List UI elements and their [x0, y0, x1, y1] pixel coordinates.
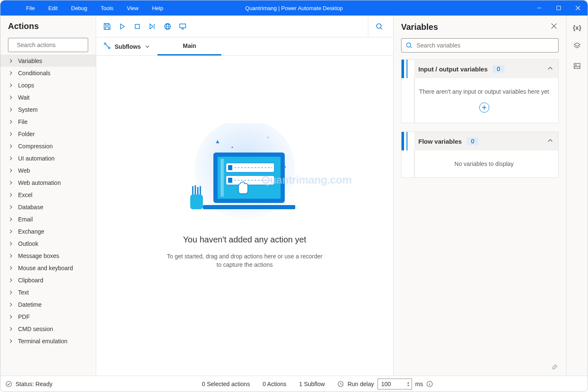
action-category-file[interactable]: File [0, 116, 96, 128]
action-category-loops[interactable]: Loops [0, 79, 96, 91]
search-flow-button[interactable] [368, 16, 390, 37]
svg-rect-15 [228, 165, 232, 170]
subflows-dropdown[interactable]: Subflows [96, 37, 158, 55]
designer-toolbar [96, 16, 393, 37]
close-button[interactable] [568, 0, 588, 16]
menu-help[interactable]: Help [145, 0, 170, 16]
action-category-label: Datetime [18, 301, 42, 308]
action-category-label: Conditionals [18, 70, 50, 76]
add-io-variable-button[interactable] [479, 103, 489, 113]
minimize-button[interactable] [530, 0, 549, 16]
action-category-compression[interactable]: Compression [0, 140, 96, 152]
collapse-io-button[interactable] [547, 66, 553, 73]
action-category-pdf[interactable]: PDF [0, 310, 96, 323]
io-variables-count: 0 [493, 65, 504, 73]
menu-debug[interactable]: Debug [64, 0, 94, 16]
rail-variables-button[interactable]: {x} [573, 24, 581, 31]
save-button[interactable] [100, 19, 115, 34]
action-category-exchange[interactable]: Exchange [0, 225, 96, 237]
flow-variables-title: Flow variables [418, 138, 462, 145]
menu-view[interactable]: View [120, 0, 145, 16]
action-category-label: Mouse and keyboard [18, 265, 73, 271]
action-category-folder[interactable]: Folder [0, 128, 96, 140]
chevron-right-icon [9, 143, 13, 150]
chevron-right-icon [9, 240, 13, 247]
search-variables-input[interactable] [417, 42, 554, 49]
action-category-mouse-and-keyboard[interactable]: Mouse and keyboard [0, 262, 96, 274]
action-category-message-boxes[interactable]: Message boxes [0, 250, 96, 262]
flow-variables-body: No variables to display [402, 150, 558, 177]
io-variables-header[interactable]: Input / output variables 0 [402, 60, 558, 78]
svg-point-6 [376, 24, 381, 28]
selected-actions-count: 0 Selected actions [202, 381, 250, 387]
tab-main[interactable]: Main [158, 37, 221, 55]
titlebar: File Edit Debug Tools View Help Quantrim… [0, 0, 588, 16]
run-delay-input[interactable]: 100 ▲▼ [378, 379, 412, 389]
stop-button[interactable] [130, 19, 145, 34]
svg-rect-5 [180, 24, 186, 28]
save-icon [103, 23, 111, 30]
run-delay-label: Run delay [347, 381, 374, 387]
close-variables-button[interactable] [549, 21, 559, 32]
svg-point-25 [429, 382, 430, 383]
chevron-right-icon [9, 253, 13, 259]
menu-file[interactable]: File [19, 0, 42, 16]
run-button[interactable] [115, 19, 130, 34]
action-category-cmd-session[interactable]: CMD session [0, 323, 96, 335]
chevron-right-icon [9, 204, 13, 210]
action-category-email[interactable]: Email [0, 213, 96, 225]
action-category-label: Terminal emulation [18, 338, 68, 345]
action-category-label: PDF [18, 313, 30, 320]
svg-rect-17 [228, 178, 232, 183]
globe-icon [164, 23, 171, 30]
designer-panel: Subflows Main [96, 16, 394, 376]
actions-list[interactable]: VariablesConditionalsLoopsWaitSystemFile… [0, 55, 96, 376]
action-category-ui-automation[interactable]: UI automation [0, 152, 96, 164]
status-text: Status: Ready [16, 381, 52, 387]
desktop-recorder-button[interactable] [175, 19, 190, 34]
action-category-web-automation[interactable]: Web automation [0, 176, 96, 189]
action-category-web[interactable]: Web [0, 164, 96, 176]
action-category-system[interactable]: System [0, 103, 96, 116]
step-button[interactable] [145, 19, 160, 34]
menu-tools[interactable]: Tools [94, 0, 120, 16]
chevron-right-icon [9, 82, 13, 89]
info-icon[interactable] [426, 381, 433, 387]
action-category-database[interactable]: Database [0, 201, 96, 213]
actions-count: 0 Actions [262, 381, 286, 387]
action-category-text[interactable]: Text [0, 286, 96, 298]
action-category-clipboard[interactable]: Clipboard [0, 274, 96, 286]
action-category-variables[interactable]: Variables [0, 55, 96, 67]
search-actions-input[interactable] [17, 42, 90, 48]
rail-ui-elements-button[interactable] [573, 42, 581, 51]
chevron-right-icon [9, 70, 13, 76]
search-actions-box[interactable] [8, 38, 88, 52]
rail-images-button[interactable] [573, 62, 581, 71]
spinner-buttons[interactable]: ▲▼ [407, 381, 410, 387]
action-category-conditionals[interactable]: Conditionals [0, 67, 96, 79]
designer-canvas-empty[interactable]: Quantrimang.com You haven't added any ac… [96, 56, 393, 376]
clear-variables-button[interactable] [551, 362, 559, 371]
subflow-tabs: Subflows Main [96, 37, 393, 56]
collapse-flow-button[interactable] [547, 138, 553, 145]
action-category-excel[interactable]: Excel [0, 189, 96, 201]
action-category-datetime[interactable]: Datetime [0, 298, 96, 310]
web-recorder-button[interactable] [160, 19, 175, 34]
run-delay-value: 100 [381, 381, 391, 387]
io-variables-empty-text: There aren't any input or output variabl… [417, 88, 551, 95]
search-variables-box[interactable] [401, 38, 559, 53]
variables-title: Variables [401, 22, 438, 32]
window-controls [530, 0, 588, 16]
actions-title: Actions [0, 16, 96, 34]
chevron-right-icon [9, 326, 13, 332]
empty-state-subtitle: To get started, drag and drop actions he… [165, 252, 325, 269]
chevron-right-icon [9, 118, 13, 125]
svg-rect-13 [220, 159, 224, 197]
action-category-outlook[interactable]: Outlook [0, 237, 96, 250]
action-category-wait[interactable]: Wait [0, 91, 96, 103]
empty-state-title: You haven't added any action yet [183, 235, 306, 245]
maximize-button[interactable] [549, 0, 568, 16]
menu-edit[interactable]: Edit [42, 0, 64, 16]
action-category-terminal-emulation[interactable]: Terminal emulation [0, 335, 96, 347]
flow-variables-header[interactable]: Flow variables 0 [402, 132, 558, 150]
